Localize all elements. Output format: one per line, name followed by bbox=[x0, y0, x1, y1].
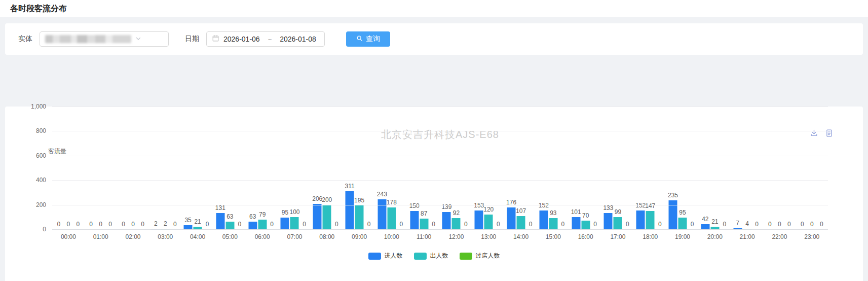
bar-出人数 bbox=[484, 215, 493, 229]
calendar-icon bbox=[212, 34, 219, 44]
bar-value-label: 0 bbox=[529, 221, 533, 228]
legend-label: 进人数 bbox=[385, 252, 403, 260]
bar-value-label: 0 bbox=[303, 221, 306, 228]
legend-marker bbox=[460, 253, 472, 260]
bar-groups: 0000000002203521013163063790951000206200… bbox=[52, 107, 828, 229]
bar-value-label: 0 bbox=[335, 221, 338, 228]
bar-出人数 bbox=[517, 216, 525, 229]
bar-value-label: 63 bbox=[227, 213, 233, 220]
bar-进人数 bbox=[539, 210, 548, 229]
legend-label: 过店人数 bbox=[476, 252, 500, 260]
bar-value-label: 0 bbox=[367, 221, 371, 228]
gridline bbox=[52, 205, 828, 205]
legend-item-过店人数[interactable]: 过店人数 bbox=[460, 252, 500, 260]
bar-进人数 bbox=[442, 212, 451, 229]
bar-出人数 bbox=[452, 218, 461, 229]
bar-value-label: 0 bbox=[67, 221, 70, 228]
page-title: 各时段客流分布 bbox=[10, 4, 67, 14]
x-tick-label: 01:00 bbox=[85, 233, 117, 240]
bar-group-03:00: 220 bbox=[149, 107, 181, 229]
bar-value-label: 0 bbox=[561, 221, 565, 228]
date-separator: ~ bbox=[268, 36, 272, 43]
bar-group-06:00: 63790 bbox=[246, 107, 279, 229]
bar-group-13:00: 1531200 bbox=[472, 107, 505, 229]
x-tick-label: 12:00 bbox=[440, 233, 473, 240]
bar-group-14:00: 1761070 bbox=[505, 107, 537, 229]
bar-group-15:00: 152930 bbox=[537, 107, 570, 229]
bar-group-16:00: 101700 bbox=[570, 107, 602, 229]
y-tick-label: 0 bbox=[43, 226, 46, 233]
bar-group-17:00: 133990 bbox=[602, 107, 634, 229]
x-tick-label: 04:00 bbox=[181, 233, 214, 240]
bar-value-label: 206 bbox=[312, 195, 322, 202]
x-tick-label: 06:00 bbox=[246, 233, 279, 240]
bar-value-label: 120 bbox=[483, 206, 494, 213]
bar-进人数 bbox=[475, 210, 483, 229]
bar-value-label: 21 bbox=[711, 218, 718, 225]
bar-value-label: 101 bbox=[571, 208, 581, 216]
bar-value-label: 0 bbox=[131, 221, 135, 228]
legend-item-进人数[interactable]: 进人数 bbox=[368, 252, 403, 260]
bar-进人数 bbox=[248, 222, 257, 229]
x-tick-label: 05:00 bbox=[214, 233, 246, 240]
bar-group-07:00: 951000 bbox=[279, 107, 311, 229]
bar-出人数 bbox=[290, 217, 299, 229]
date-start-value[interactable]: 2026-01-06 bbox=[223, 35, 260, 43]
date-range-input[interactable]: 2026-01-06 ~ 2026-01-08 bbox=[206, 31, 325, 47]
gridline bbox=[52, 107, 828, 107]
x-tick-label: 20:00 bbox=[699, 233, 731, 240]
y-tick-label: 1,000 bbox=[31, 103, 46, 110]
bar-value-label: 107 bbox=[516, 207, 526, 215]
x-tick-label: 22:00 bbox=[764, 233, 796, 240]
date-end-value[interactable]: 2026-01-08 bbox=[280, 35, 316, 43]
bar-value-label: 0 bbox=[593, 221, 597, 228]
bar-出人数 bbox=[387, 207, 396, 229]
legend-item-出人数[interactable]: 出人数 bbox=[414, 252, 448, 260]
bar-group-11:00: 150870 bbox=[408, 107, 440, 229]
bar-value-label: 0 bbox=[810, 221, 814, 228]
bar-value-label: 0 bbox=[801, 221, 804, 228]
bar-group-02:00: 000 bbox=[117, 107, 149, 229]
bar-出人数 bbox=[646, 211, 655, 229]
gridline bbox=[52, 131, 828, 131]
bar-出人数 bbox=[549, 218, 557, 230]
bar-出人数 bbox=[258, 220, 267, 229]
x-tick-label: 14:00 bbox=[505, 233, 537, 240]
x-tick-label: 08:00 bbox=[311, 233, 343, 240]
bar-进人数 bbox=[313, 204, 322, 229]
bar-出人数 bbox=[355, 205, 364, 229]
bar-value-label: 35 bbox=[184, 217, 191, 224]
bar-group-20:00: 42210 bbox=[699, 107, 731, 229]
bar-group-01:00: 000 bbox=[85, 107, 117, 229]
x-tick-label: 19:00 bbox=[666, 233, 699, 240]
bar-group-18:00: 1521470 bbox=[634, 107, 666, 229]
bar-进人数 bbox=[572, 217, 580, 229]
bar-value-label: 95 bbox=[282, 209, 288, 216]
bar-value-label: 0 bbox=[432, 221, 435, 228]
bar-value-label: 93 bbox=[550, 209, 556, 217]
bar-group-12:00: 139920 bbox=[440, 107, 473, 229]
bar-value-label: 0 bbox=[820, 221, 823, 228]
bar-value-label: 0 bbox=[755, 221, 759, 228]
entity-select[interactable] bbox=[40, 31, 169, 47]
x-tick-label: 11:00 bbox=[408, 233, 440, 240]
bar-group-04:00: 35210 bbox=[181, 107, 214, 229]
x-tick-label: 15:00 bbox=[537, 233, 570, 240]
query-button[interactable]: 查询 bbox=[346, 31, 390, 47]
bar-value-label: 100 bbox=[289, 208, 299, 216]
y-tick-label: 600 bbox=[36, 152, 46, 159]
x-tick-label: 07:00 bbox=[279, 233, 311, 240]
bar-value-label: 42 bbox=[702, 216, 708, 223]
bar-group-08:00: 2062000 bbox=[311, 107, 343, 229]
legend-label: 出人数 bbox=[430, 252, 448, 260]
bar-出人数 bbox=[420, 219, 428, 229]
bar-value-label: 7 bbox=[736, 220, 739, 227]
x-tick-label: 02:00 bbox=[117, 233, 149, 240]
bar-进人数 bbox=[281, 218, 289, 229]
bar-出人数 bbox=[614, 217, 622, 229]
plot-area: 北京安吉升科技AJS-E68 0000000002203521013163063… bbox=[52, 107, 828, 229]
y-tick-label: 200 bbox=[36, 201, 46, 208]
bar-value-label: 63 bbox=[249, 213, 256, 220]
filter-bar: 实体 日期 2026-01-06 ~ 2026-01-08 查询 bbox=[5, 23, 863, 55]
bar-进人数 bbox=[378, 199, 386, 229]
